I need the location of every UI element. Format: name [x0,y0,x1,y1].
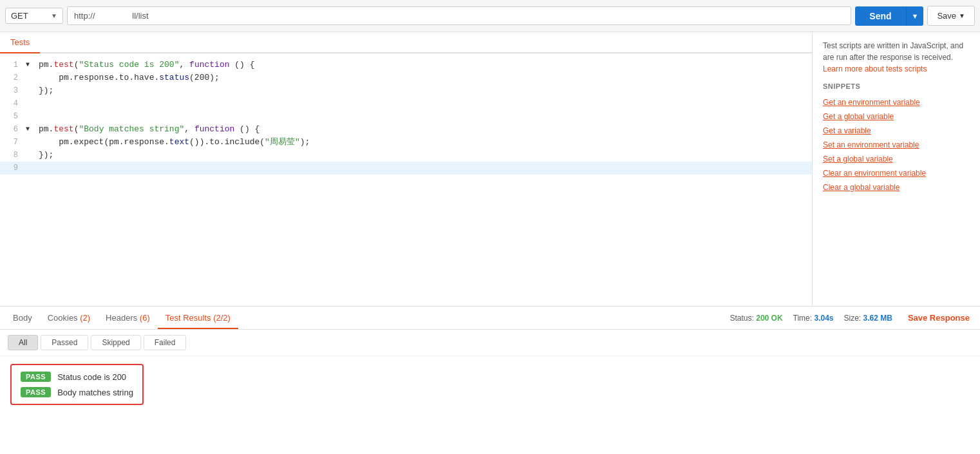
response-tab-body[interactable]: Body [5,308,40,329]
code-line: 6▼pm.test("Body matches string", functio… [0,123,812,136]
tab-count: (2) [80,313,90,323]
response-tabs-bar: BodyCookies (2)Headers (6)Test Results (… [0,307,980,330]
send-button[interactable]: Send [855,6,905,26]
fold-arrow-icon[interactable]: ▼ [26,123,35,136]
filter-tab-passed[interactable]: Passed [41,335,88,350]
code-token: status [159,73,189,82]
code-token: test [53,124,73,134]
editor-area: Tests 1▼pm.test("Status code is 200", fu… [0,32,813,306]
code-editor[interactable]: 1▼pm.test("Status code is 200", function… [0,53,812,306]
response-tab-cookies[interactable]: Cookies (2) [40,308,98,329]
line-number: 4 [0,97,26,110]
save-chevron-icon: ▼ [959,12,965,19]
test-result-row: PASSStatus code is 200 [21,372,133,382]
pass-badge: PASS [21,387,51,397]
code-content: pm.test("Status code is 200", function (… [36,59,812,71]
code-token: pm.response.to.have. [39,73,159,82]
status-value: 200 OK [756,314,782,323]
method-chevron-icon: ▼ [51,12,57,19]
filter-tab-skipped[interactable]: Skipped [91,335,140,350]
code-content: pm.expect(pm.response.text()).to.include… [36,136,812,149]
code-line: 3}); [0,84,812,97]
filter-tab-failed[interactable]: Failed [144,335,187,350]
code-content: pm.test("Body matches string", function … [36,123,812,136]
editor-top-bar: Tests [0,32,812,53]
tab-tests[interactable]: Tests [0,32,40,53]
filter-tab-all[interactable]: All [8,335,38,350]
line-number: 8 [0,149,26,162]
snippet-item[interactable]: Clear an environment variable [823,166,970,180]
code-token: ()).to.include( [189,137,265,147]
code-token: "Body matches string" [79,124,184,134]
line-number: 5 [0,110,26,123]
pass-badge: PASS [21,372,51,382]
learn-more-link[interactable]: Learn more about tests scripts [823,64,927,73]
save-label: Save [937,11,956,21]
snippet-item[interactable]: Get an environment variable [823,95,970,109]
test-result-row: PASSBody matches string [21,387,133,397]
snippets-title: SNIPPETS [823,82,970,90]
code-token: function [194,124,234,134]
code-line: 1▼pm.test("Status code is 200", function… [0,59,812,71]
line-number: 3 [0,84,26,97]
code-token: "Status code is 200" [79,60,179,70]
save-button[interactable]: Save ▼ [927,6,975,26]
size-label: Size: 3.62 MB [844,314,892,323]
code-token: pm. [39,60,53,70]
test-results: PASSStatus code is 200PASSBody matches s… [0,356,980,413]
send-dropdown-button[interactable]: ▼ [906,6,924,26]
code-token: }); [39,150,53,160]
response-tabs: BodyCookies (2)Headers (6)Test Results (… [5,308,238,328]
snippet-item[interactable]: Get a variable [823,124,970,138]
fold-arrow-icon[interactable]: ▼ [26,59,35,71]
response-tab-test-results[interactable]: Test Results (2/2) [158,308,238,329]
snippets-sidebar: Test scripts are written in JavaScript, … [813,32,980,306]
status-label: Status: 200 OK [730,314,783,323]
code-line: 2 pm.response.to.have.status(200); [0,71,812,84]
url-bar: GET ▼ Send ▼ Save ▼ [0,0,980,32]
code-line: 4 [0,97,812,110]
main-content: Tests 1▼pm.test("Status code is 200", fu… [0,32,980,306]
code-token: pm.expect(pm.response. [39,137,169,147]
time-label: Time: 3.04s [793,314,834,323]
snippet-item[interactable]: Set a global variable [823,152,970,166]
test-name: Body matches string [57,388,133,397]
response-tab-headers[interactable]: Headers (6) [98,308,158,329]
code-content: pm.response.to.have.status(200); [36,71,812,84]
snippets-list: Get an environment variableGet a global … [823,95,970,194]
code-token: }); [39,86,53,95]
line-number: 2 [0,71,26,84]
snippet-item[interactable]: Get a global variable [823,109,970,124]
code-line: 9 [0,162,812,175]
method-label: GET [11,11,28,21]
tab-count: (6) [140,313,150,323]
line-number: 9 [0,162,26,175]
code-token: pm. [39,124,53,134]
response-status-bar: Status: 200 OK Time: 3.04s Size: 3.62 MB… [730,310,975,325]
response-area: BodyCookies (2)Headers (6)Test Results (… [0,306,980,454]
url-input[interactable] [67,6,851,25]
line-number: 1 [0,59,26,71]
test-result-container: PASSStatus code is 200PASSBody matches s… [10,364,144,405]
snippet-item[interactable]: Set an environment variable [823,138,970,152]
filter-tabs: AllPassedSkippedFailed [0,330,980,356]
code-token: ); [300,137,310,147]
code-token: , [179,60,189,70]
code-content: }); [36,84,812,97]
test-name: Status code is 200 [57,372,126,382]
snippets-info-text: Test scripts are written in JavaScript, … [823,41,963,62]
snippet-item[interactable]: Clear a global variable [823,180,970,194]
time-value: 3.04s [814,314,833,323]
method-select[interactable]: GET ▼ [5,8,63,24]
code-token: test [53,60,73,70]
send-btn-group: Send ▼ [855,6,923,26]
line-number: 6 [0,123,26,136]
code-content: }); [36,149,812,162]
code-line: 7 pm.expect(pm.response.text()).to.inclu… [0,136,812,149]
code-line: 5 [0,110,812,123]
code-token: () { [234,124,259,134]
save-response-button[interactable]: Save Response [903,310,975,325]
code-token: () { [230,60,255,70]
size-value: 3.62 MB [863,314,892,323]
code-line: 8}); [0,149,812,162]
